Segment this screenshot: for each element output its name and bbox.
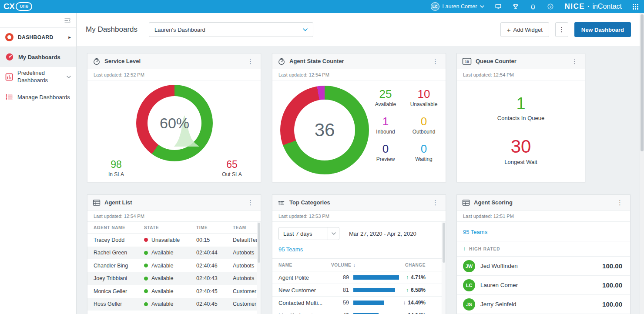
time-range-value: Last 7 days: [279, 230, 328, 237]
help-icon[interactable]: ?: [547, 3, 554, 10]
widget-kebab-icon[interactable]: ⋮: [245, 199, 255, 207]
category-change: ↑6.58%: [406, 287, 446, 293]
date-range-text: Mar 27, 2020 - Apr 2, 2020: [349, 230, 416, 237]
logo-one-cloud: one: [16, 2, 32, 11]
category-volume: 59: [337, 300, 349, 306]
category-name: Contacted Multi...: [278, 300, 337, 306]
teams-link[interactable]: 95 Teams: [278, 246, 303, 253]
table-row[interactable]: Joey Tribbiani Available 02:40:43 Autobo…: [87, 272, 261, 285]
bar-list-icon: [278, 199, 285, 206]
category-name: Identify Agent a...: [278, 312, 337, 314]
new-dashboard-button[interactable]: New Dashboard: [574, 22, 631, 37]
trend-arrow-icon: ↓: [403, 300, 406, 306]
dashboard-select[interactable]: Lauren's Dashboard: [149, 22, 313, 37]
state-dot-icon: [144, 264, 148, 267]
trophy-icon[interactable]: [512, 3, 519, 10]
gauge-icon: [93, 57, 101, 65]
table-row[interactable]: Rachel Green Available 02:40:44 Autobots: [87, 247, 261, 260]
agent-list-widget: Agent List ⋮ Last updated: 12:54 PM AGEN…: [87, 194, 261, 314]
volume-bar: [353, 288, 395, 292]
sidebar-item-my-dashboards[interactable]: My Dashboards: [0, 47, 76, 67]
agent-time: 02:40:44: [196, 250, 233, 256]
agent-score: 100.00: [602, 281, 622, 289]
widget-title: Top Categories: [289, 199, 330, 206]
agent-name: Jed Woffinden: [480, 263, 518, 269]
agent-name: Chandler Bing: [94, 263, 144, 269]
column-agent-name[interactable]: AGENT NAME: [94, 225, 144, 230]
category-volume: 49: [337, 312, 349, 314]
agent-score: 100.00: [602, 262, 622, 270]
user-name: Lauren Comer: [443, 3, 477, 10]
widget-scrollbar[interactable]: [257, 222, 261, 314]
widget-kebab-icon[interactable]: ⋮: [245, 57, 255, 65]
list-item[interactable]: LC Lauren Comer 100.00: [457, 276, 630, 295]
sidebar-item-dashboard[interactable]: DASHBOARD ▸: [0, 28, 76, 47]
table-icon: [462, 199, 470, 206]
chevron-down-icon: [480, 5, 484, 8]
longest-wait-value: 30: [457, 136, 585, 157]
list-item[interactable]: JS Jerry Seinfeld 100.00: [457, 295, 630, 314]
agent-state-stats: 25Available 10Unavailable 1Inbound 0Outb…: [366, 87, 443, 162]
apps-grid-icon[interactable]: [632, 3, 639, 10]
agent-state: Available: [144, 275, 196, 281]
stat-waiting: 0Waiting: [405, 142, 443, 162]
table-row[interactable]: Chandler Bing Available 02:40:46 Autobot…: [87, 259, 261, 272]
brand-separator: ·: [587, 3, 590, 10]
agent-name: Monica Geller: [94, 288, 144, 294]
table-icon: [93, 199, 101, 206]
widget-kebab-icon[interactable]: ⋮: [615, 199, 625, 207]
cxone-logo[interactable]: CX one: [3, 2, 32, 11]
widget-kebab-icon[interactable]: ⋮: [430, 57, 440, 65]
last-updated: Last updated: 12:54 PM: [272, 69, 446, 80]
dashboard-select-value: Lauren's Dashboard: [154, 27, 205, 33]
column-state[interactable]: STATE: [144, 225, 196, 230]
time-range-select[interactable]: Last 7 days: [278, 227, 339, 240]
toolbar-kebab-button[interactable]: ⋮: [555, 22, 568, 37]
table-row[interactable]: New Customer 81 ↑6.58%: [272, 284, 446, 297]
bell-icon[interactable]: [530, 3, 537, 10]
sidebar-item-predefined-dashboards[interactable]: Predefined Dashboards: [0, 67, 76, 87]
last-updated: Last updated: 12:54 PM: [457, 69, 585, 80]
widget-scrollbar[interactable]: [442, 222, 446, 314]
agent-name: Rachel Green: [94, 250, 144, 256]
column-name[interactable]: NAME: [278, 263, 331, 267]
contacts-in-queue-label: Contacts In Queue: [457, 115, 585, 121]
stat-unavailable: 10Unavailable: [405, 87, 443, 107]
collapse-sidebar-icon[interactable]: [64, 17, 71, 24]
user-menu[interactable]: LC Lauren Comer: [431, 2, 485, 11]
out-sla-stat: 65 Out SLA: [215, 159, 249, 177]
category-volume: 89: [337, 274, 349, 281]
agent-state: Available: [144, 250, 196, 256]
table-row[interactable]: Contacted Multi... 59 ↓14.49%: [272, 297, 446, 309]
section-label: HIGH RATED: [469, 247, 500, 251]
contacts-in-queue-value: 1: [457, 94, 585, 113]
monitor-icon[interactable]: [495, 3, 502, 10]
column-volume[interactable]: VOLUME↓: [331, 262, 356, 267]
column-change[interactable]: CHANGE: [405, 263, 446, 267]
sidebar-item-manage-dashboards[interactable]: Manage Dashboards: [0, 87, 76, 107]
list-item[interactable]: JW Jed Woffinden 100.00: [457, 257, 630, 276]
table-row[interactable]: Tracey Dodd Unavailable 00:15 DefaultTea…: [87, 234, 261, 247]
page-scrollbar[interactable]: [640, 13, 644, 314]
table-row[interactable]: Ross Geller Available 02:40:45 Customer …: [87, 298, 261, 311]
last-updated: Last updated: 12:54 PM: [87, 210, 261, 222]
add-widget-button[interactable]: + Add Widget: [500, 22, 549, 37]
out-sla-value: 65: [215, 159, 249, 170]
scrollbar-thumb[interactable]: [641, 14, 644, 151]
chevron-down-icon: [303, 28, 308, 31]
avatar: JS: [463, 298, 475, 311]
out-sla-label: Out SLA: [215, 171, 249, 177]
column-time[interactable]: TIME: [196, 225, 233, 230]
agent-name: Jerry Seinfeld: [480, 301, 517, 307]
table-row[interactable]: Agent Polite 89 ↑4.71%: [272, 271, 446, 284]
agent-state: Available: [144, 263, 196, 269]
teams-link[interactable]: 95 Teams: [463, 229, 487, 235]
table-row[interactable]: Monica Geller Available 02:40:45 Custome…: [87, 285, 261, 298]
widget-kebab-icon[interactable]: ⋮: [430, 199, 440, 207]
stat-inbound: 1Inbound: [366, 115, 405, 135]
agent-name: Joey Tribbiani: [94, 275, 144, 281]
widget-kebab-icon[interactable]: ⋮: [570, 57, 580, 65]
table-row[interactable]: Identify Agent a... 49 ↓14.04%: [272, 309, 446, 314]
sidebar-item-label: Predefined Dashboards: [17, 70, 59, 84]
stat-preview: 0Preview: [366, 142, 405, 162]
